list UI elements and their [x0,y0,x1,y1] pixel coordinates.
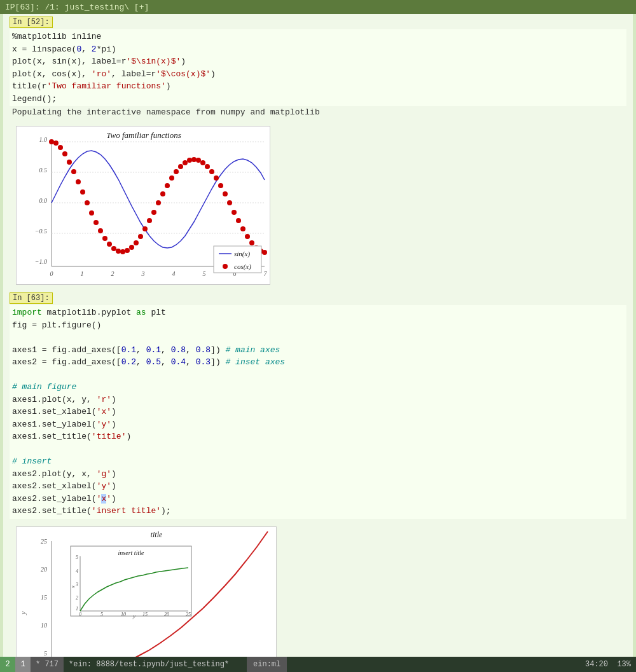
code-line: title(r'Two familiar functions') [10,80,626,93]
svg-point-34 [116,249,121,254]
svg-point-58 [223,191,228,196]
status-num1: 2 [0,657,15,672]
chart2-main-title: title [151,530,163,539]
svg-point-33 [111,246,116,251]
cell-52-output: Populating the interactive namespace fro… [10,106,626,118]
code-line: axes1.set_xlabel('x') [10,406,626,418]
cell-52-label[interactable]: In [52]: [10,17,53,28]
svg-point-37 [129,245,134,250]
svg-point-43 [156,200,161,205]
svg-point-45 [165,183,170,188]
code-line: x = linspace(0, 2*pi) [10,43,626,56]
svg-text:sin(x): sin(x) [234,250,250,258]
code-line: # insert [10,455,626,468]
svg-text:5: 5 [44,650,47,657]
code-line: plot(x, sin(x), label=r'$\sin(x)$') [10,55,626,68]
code-line: axes2.set_xlabel('y') [10,480,626,493]
svg-point-27 [85,200,90,205]
code-line: %matplotlib inline [10,31,626,43]
svg-point-62 [240,226,245,231]
svg-text:10: 10 [41,622,47,629]
svg-point-47 [174,169,179,174]
code-line: axes1 = fig.add_axes([0.1, 0.1, 0.8, 0.8… [10,344,626,357]
code-line: axes2.set_ylabel('x') [10,493,626,505]
code-line [10,331,626,344]
svg-text:5: 5 [76,554,78,560]
cell-52-code: %matplotlib inline x = linspace(0, 2*pi)… [10,29,626,106]
svg-point-53 [200,160,205,165]
svg-point-21 [58,145,63,150]
svg-text:4: 4 [76,568,78,574]
svg-point-67 [262,250,267,255]
svg-point-61 [236,218,241,223]
svg-point-20 [53,141,59,146]
svg-text:1: 1 [81,270,84,277]
svg-point-55 [209,169,214,174]
status-indicator: * 717 [31,657,64,672]
svg-point-30 [98,228,103,233]
chart1-container: Two familiar functions 0 1 2 3 4 5 6 7 1… [3,121,633,290]
svg-point-59 [227,200,232,205]
code-line: axes1.set_ylabel('y') [10,418,626,431]
svg-text:15: 15 [41,594,47,601]
svg-text:25: 25 [41,538,47,545]
svg-point-42 [151,210,156,215]
svg-point-35 [120,249,125,254]
svg-point-24 [71,169,76,174]
svg-text:−0.5: −0.5 [35,228,47,235]
status-bar: 2 1 * 717 *ein: 8888/test.ipynb/just_tes… [0,657,636,672]
svg-point-54 [205,164,210,169]
svg-point-38 [134,240,139,245]
chart1-svg: Two familiar functions 0 1 2 3 4 5 6 7 1… [16,126,270,285]
code-line: plot(x, cos(x), 'ro', label=r'$\cos(x)$'… [10,68,626,81]
svg-text:20: 20 [41,566,47,573]
svg-point-50 [187,158,192,163]
svg-point-46 [169,175,174,181]
status-num2: 1 [15,657,31,672]
svg-text:x: x [69,586,76,589]
title-text: IP[63]: /1: just_testing\ [+] [5,3,149,12]
svg-point-19 [49,139,54,144]
cell-63-code: import matplotlib.pyplot as plt fig = pl… [10,305,626,519]
svg-text:7: 7 [264,270,268,277]
chart1-title: Two familiar functions [106,130,181,140]
svg-point-64 [249,240,254,245]
svg-text:insert title: insert title [118,549,144,556]
svg-point-71 [223,264,228,269]
title-bar: IP[63]: /1: just_testing\ [+] [0,0,636,14]
status-position: 34:20 13% [580,657,636,672]
code-line: axes2.set_title('insert title'); [10,505,626,518]
cell-63-label[interactable]: In [63]: [10,292,53,304]
svg-text:cos(x): cos(x) [234,263,251,271]
svg-point-26 [80,189,85,195]
main-content: In [52]: %matplotlib inline x = linspace… [3,14,633,672]
svg-text:1.0: 1.0 [39,136,48,143]
svg-text:1: 1 [76,606,78,612]
svg-point-63 [245,234,250,239]
svg-point-23 [67,160,72,165]
svg-point-31 [102,236,107,241]
status-notebook: *ein: 8888/test.ipynb/just_testing* [64,657,234,672]
svg-point-51 [191,157,197,162]
chart2-container: title y x 25 20 15 10 5 0 0 1 2 3 4 5 [3,521,633,673]
svg-point-48 [178,164,183,169]
svg-point-56 [214,175,219,181]
svg-text:0.0: 0.0 [39,197,48,204]
cell-63: In [63]: import matplotlib.pyplot as plt… [3,290,633,521]
chart2-svg: title y x 25 20 15 10 5 0 0 1 2 3 4 5 [16,526,277,673]
svg-point-57 [218,183,223,188]
svg-text:0: 0 [79,612,81,617]
code-line: import matplotlib.pyplot as plt [10,306,626,319]
svg-rect-89 [71,546,191,616]
code-line: legend(); [10,93,626,106]
svg-point-41 [147,218,152,223]
svg-text:3: 3 [75,582,78,587]
code-line: axes1.plot(x, y, 'r') [10,394,626,406]
svg-text:5: 5 [100,612,103,617]
svg-point-29 [93,220,99,225]
svg-text:25: 25 [186,612,191,617]
svg-text:20: 20 [164,612,169,617]
code-line: axes2 = fig.add_axes([0.2, 0.5, 0.4, 0.3… [10,356,626,369]
svg-point-36 [125,248,130,253]
svg-point-60 [232,210,237,215]
